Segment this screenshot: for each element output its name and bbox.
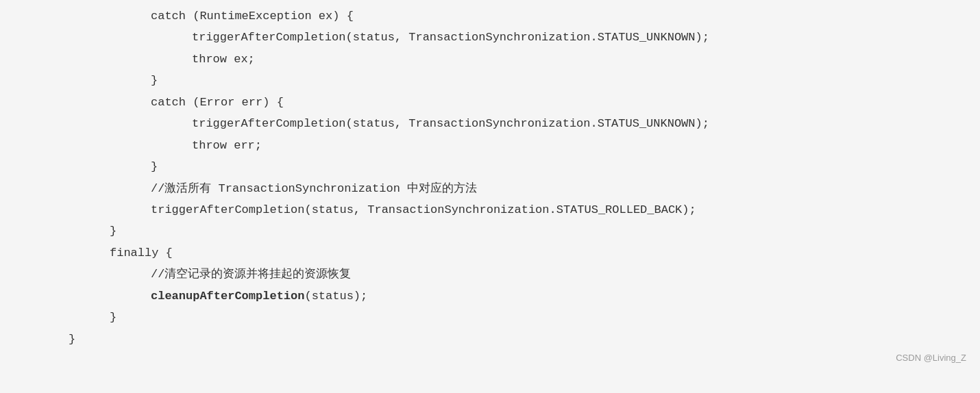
code-line-16: } bbox=[69, 329, 980, 350]
code-line-3: throw ex; bbox=[69, 49, 980, 70]
code-line-4: } bbox=[69, 70, 980, 91]
code-container: catch (RuntimeException ex) { triggerAft… bbox=[0, 0, 980, 370]
code-line-15: } bbox=[69, 307, 980, 328]
cleanup-bold: cleanupAfterCompletion bbox=[151, 290, 304, 303]
code-line-1: catch (RuntimeException ex) { bbox=[69, 5, 980, 27]
code-line-5: catch (Error err) { bbox=[69, 92, 980, 113]
code-line-12: finally { bbox=[69, 242, 980, 264]
code-line-11: } bbox=[69, 220, 980, 242]
code-line-13: //清空记录的资源并将挂起的资源恢复 bbox=[69, 264, 980, 285]
footer-attribution: CSDN @Living_Z bbox=[896, 353, 966, 363]
code-line-6: triggerAfterCompletion(status, Transacti… bbox=[69, 113, 980, 134]
code-line-2: triggerAfterCompletion(status, Transacti… bbox=[69, 27, 980, 48]
code-line-14: cleanupAfterCompletion(status); bbox=[69, 286, 980, 307]
code-line-10: triggerAfterCompletion(status, Transacti… bbox=[69, 199, 980, 220]
code-line-9: //激活所有 TransactionSynchronization 中对应的方法 bbox=[69, 178, 980, 199]
code-line-8: } bbox=[69, 156, 980, 177]
code-line-7: throw err; bbox=[69, 135, 980, 156]
